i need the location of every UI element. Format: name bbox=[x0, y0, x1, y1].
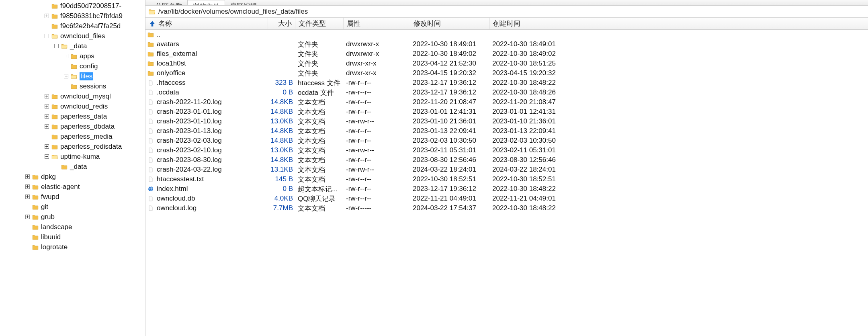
tree-item-uptime-kuma[interactable]: uptime-kuma bbox=[0, 152, 145, 162]
file-type: 文本文档 bbox=[295, 98, 344, 107]
tree-item-paperless-redisdata[interactable]: paperless_redisdata bbox=[0, 141, 145, 152]
file-attr: -rw-r--r-- bbox=[344, 79, 410, 87]
expand-icon[interactable] bbox=[43, 113, 50, 120]
tree-item-paperless-data[interactable]: paperless_data bbox=[0, 111, 145, 121]
expand-icon[interactable] bbox=[43, 143, 50, 150]
path-bar[interactable]: /var/lib/docker/volumes/owncloud_files/_… bbox=[145, 6, 868, 18]
folder-icon bbox=[70, 82, 78, 90]
folder-icon bbox=[51, 22, 59, 30]
expand-icon[interactable] bbox=[24, 184, 31, 190]
tree-item-owncloud-redis[interactable]: owncloud_redis bbox=[0, 101, 145, 111]
table-row[interactable]: crash-2023-02-10.log13.0KB文本文档-rw-rw-r--… bbox=[145, 145, 868, 155]
table-row[interactable]: index.html0 B超文本标记...-rw-r--r--2023-12-1… bbox=[145, 184, 868, 194]
table-row[interactable]: avatars文件夹drwxrwxr-x2022-10-30 18:49:012… bbox=[145, 39, 868, 49]
file-crt: 2022-10-30 18:51:25 bbox=[490, 59, 568, 68]
table-row[interactable]: crash-2023-01-01.log14.8KB文本文档-rw-r--r--… bbox=[145, 107, 868, 117]
tree-item-f9c6f2e2b4af7fa25d[interactable]: f9c6f2e2b4af7fa25d bbox=[0, 21, 145, 31]
tree-item-elastic-agent[interactable]: elastic-agent bbox=[0, 182, 145, 192]
tab-sector-editor[interactable]: 扇区编辑 bbox=[225, 0, 262, 5]
file-icon bbox=[147, 176, 154, 183]
tree-item-config[interactable]: config bbox=[0, 61, 145, 71]
tree-label: config bbox=[80, 62, 98, 70]
file-type: ocdata 文件 bbox=[295, 88, 344, 97]
tree-item-landscape[interactable]: landscape bbox=[0, 222, 145, 232]
tree-item--data[interactable]: _data bbox=[0, 41, 145, 51]
table-row[interactable]: loca1h0st文件夹drwxr-xr-x2023-04-12 21:52:3… bbox=[145, 59, 868, 68]
tree-item-paperless-dbdata[interactable]: paperless_dbdata bbox=[0, 121, 145, 131]
table-row[interactable]: .ocdata0 Bocdata 文件-rw-r--r--2023-12-17 … bbox=[145, 88, 868, 97]
table-row[interactable]: owncloud.log7.7MB文本文档-rw-r-----2024-03-2… bbox=[145, 203, 868, 213]
col-header-size[interactable]: 大小 bbox=[268, 18, 295, 29]
collapse-icon[interactable] bbox=[43, 154, 50, 160]
table-row[interactable]: crash-2024-03-22.log13.1KB文本文档-rw-rw-r--… bbox=[145, 165, 868, 174]
col-header-attr[interactable]: 属性 bbox=[344, 18, 410, 29]
table-row[interactable]: files_external文件夹drwxrwxr-x2022-10-30 18… bbox=[145, 49, 868, 59]
tree-item-libuuid[interactable]: libuuid bbox=[0, 232, 145, 242]
tree-item-paperless-media[interactable]: paperless_media bbox=[0, 131, 145, 141]
expand-icon[interactable] bbox=[24, 174, 31, 180]
col-header-type[interactable]: 文件类型 bbox=[295, 18, 344, 29]
file-mod: 2023-04-15 19:20:32 bbox=[410, 69, 490, 77]
expand-icon[interactable] bbox=[43, 123, 50, 130]
tree-item-logrotate[interactable]: logrotate bbox=[0, 242, 145, 252]
expand-icon[interactable] bbox=[43, 13, 50, 19]
tree-item-owncloud-files[interactable]: owncloud_files bbox=[0, 31, 145, 41]
tree-item-owncloud-mysql[interactable]: owncloud_mysql bbox=[0, 91, 145, 101]
table-row[interactable]: .. bbox=[145, 30, 868, 39]
table-row[interactable]: .htaccess323 Bhtaccess 文件-rw-r--r--2023-… bbox=[145, 78, 868, 88]
file-attr: -rw-r--r-- bbox=[344, 98, 410, 106]
file-name: crash-2022-11-20.log bbox=[157, 98, 222, 106]
file-name: crash-2023-02-03.log bbox=[157, 137, 222, 145]
tree-item-git[interactable]: git bbox=[0, 202, 145, 212]
file-mod: 2023-04-12 21:52:30 bbox=[410, 59, 490, 68]
col-header-mod[interactable]: 修改时间 bbox=[410, 18, 490, 29]
file-type: 文本文档 bbox=[295, 175, 344, 184]
file-crt: 2024-03-22 18:24:01 bbox=[490, 166, 568, 174]
expand-icon[interactable] bbox=[43, 93, 50, 100]
tree-item-apps[interactable]: apps bbox=[0, 51, 145, 61]
collapse-icon[interactable] bbox=[43, 33, 50, 39]
file-size: 14.8KB bbox=[268, 156, 295, 164]
table-row[interactable]: crash-2023-01-13.log14.8KB文本文档-rw-r--r--… bbox=[145, 126, 868, 136]
file-mod: 2023-01-13 22:09:41 bbox=[410, 127, 490, 135]
table-row[interactable]: owncloud.db4.0KBQQ聊天记录-rw-r--r--2022-11-… bbox=[145, 194, 868, 203]
table-row[interactable]: crash-2022-11-20.log14.8KB文本文档-rw-r--r--… bbox=[145, 97, 868, 107]
tree-item-f98506331bc7fbfda9[interactable]: f98506331bc7fbfda9 bbox=[0, 11, 145, 21]
tree-item-grub[interactable]: grub bbox=[0, 212, 145, 222]
folder-icon bbox=[31, 173, 39, 181]
tree-item--data[interactable]: _data bbox=[0, 162, 145, 172]
file-size: 13.1KB bbox=[268, 166, 295, 174]
col-header-name[interactable]: 名称 bbox=[145, 18, 268, 29]
expand-icon[interactable] bbox=[24, 214, 31, 220]
file-mod: 2023-12-17 19:36:12 bbox=[410, 88, 490, 96]
file-icon bbox=[147, 118, 154, 125]
file-type: 文本文档 bbox=[295, 165, 344, 174]
expand-icon[interactable] bbox=[63, 53, 69, 59]
table-row[interactable]: crash-2023-01-10.log13.0KB文本文档-rw-rw-r--… bbox=[145, 117, 868, 126]
table-row[interactable]: onlyoffice文件夹drwxr-xr-x2023-04-15 19:20:… bbox=[145, 68, 868, 78]
folder-icon bbox=[31, 243, 39, 251]
tree-item-f90dd50d72008517-[interactable]: f90dd50d72008517- bbox=[0, 1, 145, 11]
tab-partition-params[interactable]: 分区参数 bbox=[150, 0, 187, 5]
tree-item-files[interactable]: files bbox=[0, 71, 145, 81]
folder-icon bbox=[147, 60, 154, 67]
expand-icon[interactable] bbox=[63, 73, 69, 80]
folder-icon bbox=[31, 233, 39, 241]
tree-item-sessions[interactable]: sessions bbox=[0, 81, 145, 91]
expand-icon[interactable] bbox=[24, 194, 31, 200]
col-header-crt[interactable]: 创建时间 bbox=[490, 18, 568, 29]
file-type: 文件夹 bbox=[295, 49, 344, 59]
collapse-icon[interactable] bbox=[53, 43, 59, 49]
file-crt: 2022-10-30 18:49:02 bbox=[490, 50, 568, 58]
file-type: 文本文档 bbox=[295, 127, 344, 136]
file-type: 文件夹 bbox=[295, 59, 344, 68]
tree-item-fwupd[interactable]: fwupd bbox=[0, 192, 145, 202]
tab-browse-files[interactable]: 浏览文件 bbox=[187, 0, 225, 5]
expand-icon[interactable] bbox=[43, 103, 50, 110]
file-attr: -rw-r--r-- bbox=[344, 108, 410, 116]
tree-item-dpkg[interactable]: dpkg bbox=[0, 172, 145, 182]
table-row[interactable]: crash-2023-02-03.log14.8KB文本文档-rw-r--r--… bbox=[145, 136, 868, 145]
table-row[interactable]: crash-2023-08-30.log14.8KB文本文档-rw-r--r--… bbox=[145, 155, 868, 165]
tree-label: apps bbox=[80, 52, 94, 60]
table-row[interactable]: htaccesstest.txt145 B文本文档-rw-r--r--2022-… bbox=[145, 174, 868, 184]
